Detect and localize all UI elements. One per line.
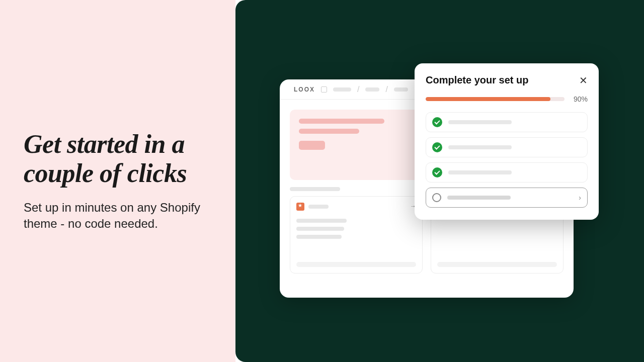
hero-left-panel: Get started in a couple of clicks Set up… <box>0 0 235 362</box>
placeholder-line <box>299 129 359 134</box>
placeholder-button <box>299 141 325 150</box>
circle-icon <box>432 193 441 202</box>
placeholder-footer <box>437 262 557 267</box>
mock-card: → <box>290 196 423 274</box>
chevron-right-icon: › <box>579 194 581 202</box>
breadcrumb-separator: / <box>385 85 387 94</box>
setup-task-done[interactable] <box>426 112 588 132</box>
placeholder-line <box>299 119 384 124</box>
setup-card: Complete your set up ✕ 90% › <box>415 63 599 220</box>
app-logo: LOOX <box>294 86 315 93</box>
hero-subheading: Set up in minutes on any Shopify theme -… <box>24 200 205 232</box>
task-label-placeholder <box>447 196 511 200</box>
breadcrumb-separator: / <box>357 85 359 94</box>
breadcrumb-item <box>365 87 379 92</box>
task-label-placeholder <box>448 145 512 149</box>
check-circle-icon <box>432 142 442 152</box>
close-icon[interactable]: ✕ <box>579 75 588 85</box>
home-icon <box>321 86 327 93</box>
placeholder-line <box>296 219 347 223</box>
hero-heading: Get started in a couple of clicks <box>24 130 235 187</box>
placeholder-line <box>308 205 329 209</box>
task-label-placeholder <box>448 120 512 124</box>
progress-row: 90% <box>426 95 588 103</box>
breadcrumb-item <box>394 87 408 92</box>
task-label-placeholder <box>448 170 512 174</box>
setup-task-pending[interactable]: › <box>426 188 588 208</box>
progress-bar <box>426 97 565 101</box>
placeholder-line <box>296 227 344 231</box>
section-title-placeholder <box>290 187 340 191</box>
setup-task-done[interactable] <box>426 137 588 157</box>
placeholder-footer <box>296 262 416 267</box>
setup-task-done[interactable] <box>426 162 588 183</box>
progress-percent-label: 90% <box>571 95 588 103</box>
check-circle-icon <box>432 167 442 177</box>
check-circle-icon <box>432 117 442 127</box>
star-icon <box>296 203 304 211</box>
progress-fill <box>426 97 550 101</box>
setup-title: Complete your set up <box>426 74 528 86</box>
breadcrumb-item <box>333 87 351 92</box>
placeholder-line <box>296 235 342 239</box>
